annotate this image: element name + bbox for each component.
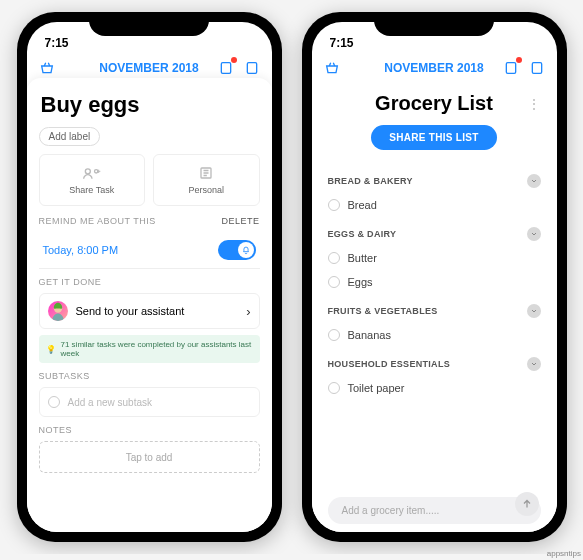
category-name: BREAD & BAKERY bbox=[328, 176, 413, 186]
grocery-sheet: Grocery List ⋮ SHARE THIS LIST BREAD & B… bbox=[312, 78, 557, 532]
delete-button[interactable]: DELETE bbox=[221, 216, 259, 226]
svg-rect-6 bbox=[506, 63, 515, 74]
add-icon[interactable] bbox=[529, 60, 545, 76]
radio-icon[interactable] bbox=[328, 276, 340, 288]
share-list-button[interactable]: SHARE THIS LIST bbox=[371, 125, 497, 150]
personal-tile[interactable]: Personal bbox=[153, 154, 260, 206]
radio-icon[interactable] bbox=[328, 252, 340, 264]
chevron-right-icon: › bbox=[246, 304, 250, 319]
chevron-down-icon bbox=[527, 304, 541, 318]
nav-title: NOVEMBER 2018 bbox=[99, 61, 198, 75]
list-item[interactable]: Eggs bbox=[328, 270, 541, 294]
send-button[interactable] bbox=[515, 492, 539, 516]
status-time: 7:15 bbox=[330, 36, 539, 50]
radio-icon[interactable] bbox=[328, 329, 340, 341]
chevron-down-icon bbox=[527, 174, 541, 188]
list-icon bbox=[196, 166, 216, 180]
category-name: HOUSEHOLD ESSENTIALS bbox=[328, 359, 451, 369]
basket-icon[interactable] bbox=[324, 60, 340, 76]
notes-input[interactable]: Tap to add bbox=[39, 441, 260, 473]
category-header[interactable]: EGGS & DAIRY bbox=[328, 227, 541, 241]
notification-icon[interactable] bbox=[218, 60, 234, 76]
category-header[interactable]: HOUSEHOLD ESSENTIALS bbox=[328, 357, 541, 371]
category-name: EGGS & DAIRY bbox=[328, 229, 397, 239]
subtasks-header: SUBTASKS bbox=[39, 371, 260, 381]
arrow-up-icon bbox=[521, 498, 533, 510]
svg-rect-7 bbox=[532, 63, 541, 74]
chevron-down-icon bbox=[527, 227, 541, 241]
svg-rect-0 bbox=[221, 63, 230, 74]
radio-icon bbox=[48, 396, 60, 408]
assistant-banner: 💡 71 similar tasks were completed by our… bbox=[39, 335, 260, 363]
add-icon[interactable] bbox=[244, 60, 260, 76]
svg-point-2 bbox=[85, 168, 90, 173]
list-item[interactable]: Bread bbox=[328, 193, 541, 217]
add-subtask-input[interactable]: Add a new subtask bbox=[39, 387, 260, 417]
bulb-icon: 💡 bbox=[46, 345, 56, 354]
assistant-text: Send to your assistant bbox=[76, 305, 185, 317]
share-icon bbox=[82, 166, 102, 180]
assistant-row[interactable]: Send to your assistant › bbox=[39, 293, 260, 329]
subtask-placeholder: Add a new subtask bbox=[68, 397, 153, 408]
chevron-down-icon bbox=[527, 357, 541, 371]
item-label: Bread bbox=[348, 199, 377, 211]
notification-badge bbox=[516, 57, 522, 63]
remind-header: REMIND ME ABOUT THIS DELETE bbox=[39, 216, 260, 226]
get-it-done-header: GET IT DONE bbox=[39, 277, 260, 287]
bell-icon bbox=[241, 245, 251, 255]
list-item[interactable]: Toilet paper bbox=[328, 376, 541, 400]
add-label-chip[interactable]: Add label bbox=[39, 127, 101, 146]
add-grocery-placeholder: Add a grocery item..... bbox=[342, 505, 440, 516]
status-time: 7:15 bbox=[45, 36, 254, 50]
item-label: Bananas bbox=[348, 329, 391, 341]
reminder-row[interactable]: Today, 8:00 PM bbox=[39, 232, 260, 269]
item-label: Butter bbox=[348, 252, 377, 264]
more-icon[interactable]: ⋮ bbox=[527, 96, 541, 112]
personal-label: Personal bbox=[188, 185, 224, 195]
task-title: Buy eggs bbox=[41, 92, 258, 118]
notch bbox=[89, 12, 209, 36]
notes-placeholder: Tap to add bbox=[126, 452, 173, 463]
watermark: appsntips bbox=[547, 549, 581, 554]
category-header[interactable]: BREAD & BAKERY bbox=[328, 174, 541, 188]
svg-rect-1 bbox=[247, 63, 256, 74]
notch bbox=[374, 12, 494, 36]
item-label: Toilet paper bbox=[348, 382, 405, 394]
nav-title: NOVEMBER 2018 bbox=[384, 61, 483, 75]
list-item[interactable]: Bananas bbox=[328, 323, 541, 347]
radio-icon[interactable] bbox=[328, 382, 340, 394]
notification-badge bbox=[231, 57, 237, 63]
radio-icon[interactable] bbox=[328, 199, 340, 211]
phone-right: 7:15 NOVEMBER 2018 Grocery List ⋮ bbox=[302, 12, 567, 542]
add-grocery-input[interactable]: Add a grocery item..... bbox=[328, 497, 541, 524]
share-task-tile[interactable]: Share Task bbox=[39, 154, 146, 206]
reminder-time: Today, 8:00 PM bbox=[43, 244, 119, 256]
assistant-avatar bbox=[48, 301, 68, 321]
item-label: Eggs bbox=[348, 276, 373, 288]
list-title: Grocery List bbox=[375, 92, 493, 115]
notification-icon[interactable] bbox=[503, 60, 519, 76]
phone-left: 7:15 NOVEMBER 2018 Buy eggs Add label bbox=[17, 12, 282, 542]
basket-icon[interactable] bbox=[39, 60, 55, 76]
notes-header: NOTES bbox=[39, 425, 260, 435]
share-task-label: Share Task bbox=[69, 185, 114, 195]
category-name: FRUITS & VEGETABLES bbox=[328, 306, 438, 316]
category-header[interactable]: FRUITS & VEGETABLES bbox=[328, 304, 541, 318]
task-sheet: Buy eggs Add label Share Task Personal R… bbox=[27, 78, 272, 532]
list-item[interactable]: Butter bbox=[328, 246, 541, 270]
reminder-toggle[interactable] bbox=[218, 240, 256, 260]
